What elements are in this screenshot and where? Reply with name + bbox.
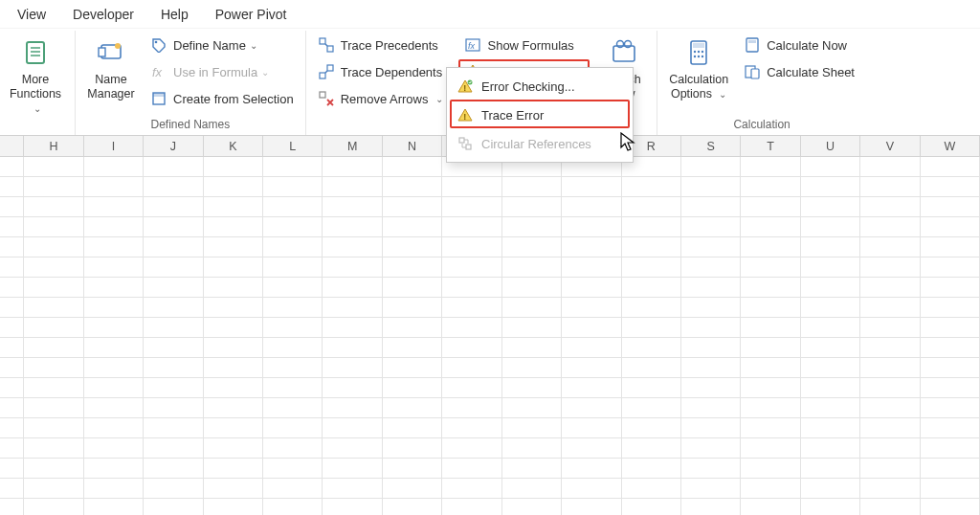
col-header[interactable]: U — [801, 136, 860, 156]
cell[interactable] — [263, 398, 323, 418]
cell[interactable] — [502, 499, 562, 515]
cell[interactable] — [681, 499, 741, 515]
cell[interactable] — [921, 177, 980, 197]
cell[interactable] — [84, 217, 144, 237]
cell[interactable] — [860, 177, 920, 197]
cell[interactable] — [383, 338, 442, 358]
cell[interactable] — [741, 438, 800, 459]
cell[interactable] — [860, 258, 920, 278]
cell[interactable] — [622, 298, 681, 318]
cell[interactable] — [681, 197, 741, 217]
cell[interactable] — [860, 438, 920, 459]
cell[interactable] — [204, 278, 263, 298]
cell[interactable] — [622, 278, 681, 298]
cell[interactable] — [502, 177, 562, 197]
cell[interactable] — [263, 438, 323, 459]
cell[interactable] — [741, 338, 800, 358]
cell[interactable] — [921, 318, 980, 338]
cell[interactable] — [84, 398, 144, 418]
cell[interactable] — [921, 338, 980, 358]
cell[interactable] — [622, 358, 681, 378]
cell[interactable] — [860, 479, 920, 499]
cell[interactable] — [0, 298, 24, 318]
col-header[interactable]: K — [204, 136, 263, 156]
cell[interactable] — [144, 459, 203, 479]
cell[interactable] — [801, 237, 860, 258]
cell[interactable] — [622, 237, 681, 258]
cell[interactable] — [383, 378, 442, 398]
cell[interactable] — [921, 499, 980, 515]
cell[interactable] — [801, 378, 860, 398]
cell[interactable] — [263, 258, 323, 278]
cell[interactable] — [323, 378, 382, 398]
cell[interactable] — [24, 338, 83, 358]
cell[interactable] — [383, 298, 442, 318]
cell[interactable] — [801, 499, 860, 515]
cell[interactable] — [24, 197, 83, 217]
cell[interactable] — [144, 278, 203, 298]
cell[interactable] — [502, 479, 562, 499]
cell[interactable] — [562, 479, 621, 499]
cell[interactable] — [562, 358, 621, 378]
cell[interactable] — [562, 398, 621, 418]
cell[interactable] — [622, 318, 681, 338]
cell[interactable] — [144, 318, 203, 338]
cell[interactable] — [801, 157, 860, 177]
cell[interactable] — [144, 398, 203, 418]
cell[interactable] — [921, 217, 980, 237]
cell[interactable] — [383, 318, 442, 338]
cell[interactable] — [921, 358, 980, 378]
col-header[interactable]: W — [921, 136, 980, 156]
cell[interactable] — [204, 378, 263, 398]
cell[interactable] — [801, 479, 860, 499]
cell[interactable] — [263, 197, 323, 217]
cell[interactable] — [681, 278, 741, 298]
cell[interactable] — [741, 237, 800, 258]
cell[interactable] — [144, 438, 203, 459]
cell[interactable] — [84, 258, 144, 278]
cell[interactable] — [24, 438, 83, 459]
cell[interactable] — [502, 459, 562, 479]
cell[interactable] — [323, 358, 382, 378]
cell[interactable] — [144, 197, 203, 217]
cell[interactable] — [741, 499, 800, 515]
cell[interactable] — [502, 298, 562, 318]
cell[interactable] — [442, 418, 501, 438]
cell[interactable] — [204, 157, 263, 177]
cell[interactable] — [0, 258, 24, 278]
cell[interactable] — [681, 398, 741, 418]
col-header[interactable]: J — [144, 136, 203, 156]
trace-dependents-button[interactable]: Trace Dependents — [312, 59, 450, 84]
cell[interactable] — [741, 298, 800, 318]
cell[interactable] — [502, 338, 562, 358]
cell[interactable] — [263, 318, 323, 338]
cell[interactable] — [921, 258, 980, 278]
cell[interactable] — [0, 157, 24, 177]
cell[interactable] — [741, 418, 800, 438]
cell[interactable] — [562, 378, 621, 398]
cell[interactable] — [502, 378, 562, 398]
cell[interactable] — [204, 217, 263, 237]
cell[interactable] — [383, 459, 442, 479]
cell[interactable] — [0, 438, 24, 459]
cell[interactable] — [204, 197, 263, 217]
cell[interactable] — [383, 217, 442, 237]
cell[interactable] — [24, 177, 83, 197]
cell[interactable] — [204, 237, 263, 258]
cell[interactable] — [622, 479, 681, 499]
cell[interactable] — [921, 157, 980, 177]
cell[interactable] — [0, 499, 24, 515]
cell[interactable] — [502, 217, 562, 237]
cell[interactable] — [144, 338, 203, 358]
name-manager-button[interactable]: NameManager — [81, 33, 141, 103]
cell[interactable] — [323, 197, 382, 217]
cell[interactable] — [860, 278, 920, 298]
cell[interactable] — [24, 318, 83, 338]
cell[interactable] — [921, 459, 980, 479]
cell[interactable] — [681, 358, 741, 378]
cell[interactable] — [84, 318, 144, 338]
cell[interactable] — [562, 217, 621, 237]
cell[interactable] — [801, 358, 860, 378]
col-header[interactable]: S — [681, 136, 741, 156]
cell[interactable] — [323, 258, 382, 278]
